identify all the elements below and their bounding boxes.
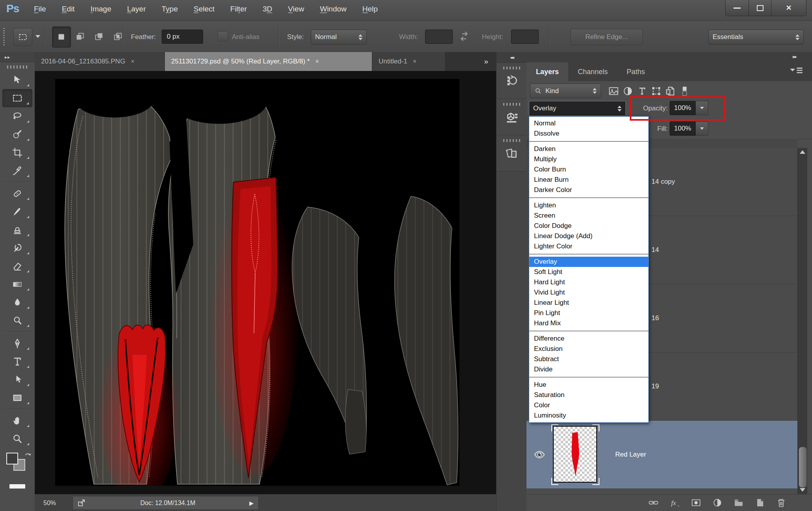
blend-mode-option-linear-burn[interactable]: Linear Burn	[529, 175, 648, 185]
filter-toggle-button[interactable]	[679, 85, 691, 97]
layer-thumbnail-image[interactable]	[553, 426, 597, 483]
menu-select[interactable]: Select	[194, 5, 215, 13]
export-icon[interactable]	[77, 498, 86, 508]
blend-mode-option-color-dodge[interactable]: Color Dodge	[529, 221, 648, 231]
close-button[interactable]: ✕	[771, 0, 806, 16]
fill-dropdown-icon[interactable]	[696, 121, 708, 136]
layer-effects-button[interactable]: fx	[669, 497, 680, 508]
minimize-button[interactable]	[725, 0, 749, 16]
scrollbar-thumb[interactable]	[799, 447, 807, 488]
layers-scrollbar[interactable]	[797, 148, 807, 494]
blend-mode-option-divide[interactable]: Divide	[529, 364, 648, 375]
type-layer-filter-button[interactable]	[636, 85, 648, 97]
dodge-tool[interactable]	[0, 311, 35, 330]
quick-selection-tool[interactable]	[0, 125, 35, 144]
add-layer-mask-button[interactable]	[691, 497, 702, 508]
pixel-layer-filter-button[interactable]	[608, 85, 620, 97]
clone-stamp-tool[interactable]	[0, 221, 35, 239]
tab-layers[interactable]: Layers	[526, 62, 568, 81]
new-group-button[interactable]	[733, 497, 744, 508]
blend-mode-option-screen[interactable]: Screen	[529, 211, 648, 221]
dock-panel-3d-properties[interactable]	[497, 99, 527, 135]
link-layers-button[interactable]	[648, 497, 659, 508]
smart-object-filter-button[interactable]	[665, 85, 676, 97]
tab-paths[interactable]: Paths	[617, 62, 654, 81]
subtract-from-selection-button[interactable]	[90, 26, 108, 47]
fill-value[interactable]: 100%	[670, 121, 696, 136]
menu-type[interactable]: Type	[162, 5, 178, 13]
dock-panel-history[interactable]	[497, 63, 527, 99]
blend-mode-select[interactable]: Overlay	[529, 101, 626, 116]
brush-tool[interactable]	[0, 203, 35, 221]
layer-row-red-layer[interactable]: Red Layer	[526, 421, 797, 489]
crop-tool[interactable]	[0, 144, 35, 162]
history-brush-tool[interactable]	[0, 239, 35, 257]
new-selection-button[interactable]	[52, 26, 71, 48]
menu-filter[interactable]: Filter	[230, 5, 247, 13]
rectangle-shape-tool[interactable]	[0, 389, 35, 407]
blend-mode-option-hard-mix[interactable]: Hard Mix	[529, 318, 648, 328]
blend-mode-option-darken[interactable]: Darken	[529, 144, 648, 154]
tool-preset-dropdown-icon[interactable]	[35, 35, 40, 38]
eyedropper-tool[interactable]	[0, 162, 35, 180]
menu-image[interactable]: Image	[90, 5, 111, 13]
path-selection-tool[interactable]	[0, 371, 35, 389]
canvas-area[interactable]	[35, 71, 496, 494]
document-tab-2[interactable]: 2511301729.psd @ 50% (Red Layer, RGB/8) …	[165, 52, 372, 71]
shape-layer-filter-button[interactable]	[650, 85, 662, 97]
swap-colors-icon[interactable]	[24, 452, 32, 461]
menu-edit[interactable]: Edit	[62, 5, 75, 13]
blend-mode-option-lighten[interactable]: Lighten	[529, 200, 648, 211]
blend-mode-option-exclusion[interactable]: Exclusion	[529, 344, 648, 354]
blend-mode-option-saturation[interactable]: Saturation	[529, 390, 648, 400]
gradient-tool[interactable]	[0, 275, 35, 293]
add-to-selection-button[interactable]	[71, 26, 89, 47]
toolbar-collapse-button[interactable]: ▸▸	[0, 52, 35, 62]
swap-width-height-icon[interactable]	[458, 30, 470, 42]
blend-mode-option-darker-color[interactable]: Darker Color	[529, 185, 648, 195]
blend-mode-option-color-burn[interactable]: Color Burn	[529, 164, 648, 175]
foreground-color-swatch[interactable]	[6, 453, 18, 464]
menu-window[interactable]: Window	[320, 5, 347, 13]
panel-menu-icon[interactable]	[788, 67, 805, 75]
zoom-level[interactable]: 50%	[43, 500, 65, 507]
tab-close-icon[interactable]: ×	[131, 58, 134, 65]
menu-file[interactable]: File	[34, 5, 46, 13]
blur-tool[interactable]	[0, 293, 35, 311]
blend-mode-option-overlay[interactable]: Overlay	[529, 257, 648, 267]
maximize-button[interactable]	[749, 0, 771, 16]
blend-mode-option-dissolve[interactable]: Dissolve	[529, 129, 648, 139]
blend-mode-option-soft-light[interactable]: Soft Light	[529, 267, 648, 277]
menu-3d[interactable]: 3D	[263, 5, 272, 13]
move-tool[interactable]	[0, 71, 35, 89]
new-layer-button[interactable]	[754, 497, 765, 508]
blend-mode-option-linear-light[interactable]: Linear Light	[529, 298, 648, 308]
pen-tool[interactable]	[0, 334, 35, 352]
delete-layer-button[interactable]	[776, 497, 787, 508]
blend-mode-option-linear-dodge-add[interactable]: Linear Dodge (Add)	[529, 231, 648, 241]
tab-close-icon[interactable]: ×	[315, 58, 319, 65]
menu-view[interactable]: View	[288, 5, 304, 13]
layer-thumbnail[interactable]	[551, 424, 599, 485]
blend-mode-option-subtract[interactable]: Subtract	[529, 354, 648, 364]
style-select[interactable]: Normal	[311, 30, 367, 45]
blend-mode-option-multiply[interactable]: Multiply	[529, 154, 648, 164]
blend-mode-option-vivid-light[interactable]: Vivid Light	[529, 287, 648, 298]
toolbar-grip[interactable]	[7, 65, 28, 69]
quick-mask-button[interactable]	[9, 484, 25, 489]
dock-panel-arrange-documents[interactable]	[497, 135, 527, 172]
type-tool[interactable]	[0, 352, 35, 371]
eraser-tool[interactable]	[0, 257, 35, 275]
adjustment-layer-filter-button[interactable]	[622, 85, 634, 97]
blend-mode-option-hue[interactable]: Hue	[529, 380, 648, 390]
zoom-tool[interactable]	[0, 430, 35, 448]
status-menu-icon[interactable]: ▶	[249, 500, 254, 506]
width-input[interactable]	[425, 30, 453, 44]
blend-mode-option-hard-light[interactable]: Hard Light	[529, 277, 648, 287]
intersect-selection-button[interactable]	[109, 26, 127, 47]
lasso-tool[interactable]	[0, 107, 35, 125]
blend-mode-option-lighter-color[interactable]: Lighter Color	[529, 241, 648, 252]
new-adjustment-layer-button[interactable]	[712, 497, 723, 508]
scroll-up-icon[interactable]	[800, 150, 805, 154]
menu-help[interactable]: Help	[362, 5, 378, 13]
